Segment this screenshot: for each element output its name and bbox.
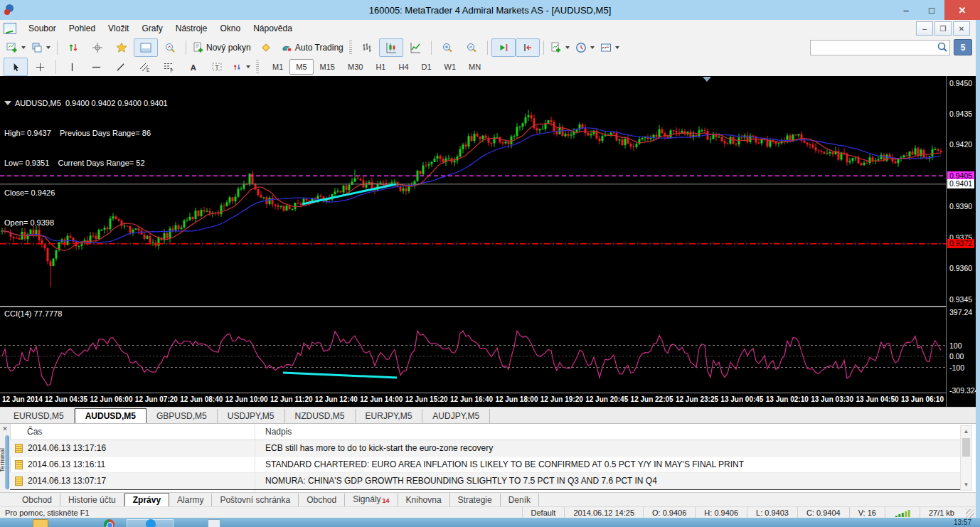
auto-scroll-button[interactable] [491, 38, 516, 57]
chart-shift-marker[interactable] [703, 77, 711, 82]
terminal-tab-8[interactable]: Strategie [450, 494, 501, 506]
channel-tool-button[interactable]: E [132, 58, 156, 76]
cci-indicator-canvas[interactable] [0, 307, 946, 393]
menu-bar: SouborPohledVložitGrafyNástrojeOknoNápov… [0, 20, 976, 38]
text-tool-button[interactable]: A [181, 58, 205, 76]
terminal-tab-1[interactable]: Historie účtu [60, 494, 124, 506]
news-row[interactable]: 2014.06.13 13:07:17NOMURA: CHINA'S GDP G… [10, 473, 960, 489]
chart-tab-usdjpy-m5[interactable]: USDJPY,M5 [218, 409, 285, 424]
chart-tab-audjpy-m5[interactable]: AUDJPY,M5 [422, 409, 490, 424]
data-window-button[interactable] [85, 38, 110, 57]
scroll-up-icon[interactable]: ▲ [961, 426, 971, 437]
timeframe-d1[interactable]: D1 [415, 59, 438, 75]
chart-tab-nzdusd-m5[interactable]: NZDUSD,M5 [285, 409, 356, 424]
window-close-button[interactable]: ✕ [944, 0, 980, 20]
info-line: Low= 0.9351 Current Days Range= 52 [4, 158, 168, 168]
timeframe-m1[interactable]: M1 [266, 59, 289, 75]
terminal-tab-2[interactable]: Zprávy [124, 493, 169, 507]
chart-tab-audusd-m5[interactable]: AUDUSD,M5 [75, 408, 147, 424]
terminal-tab-5[interactable]: Obchod [299, 494, 345, 506]
time-axis[interactable]: 12 Jun 201412 Jun 04:3512 Jun 06:0012 Ju… [0, 394, 946, 407]
horizontal-line-tool-button[interactable] [84, 58, 108, 76]
price-axis[interactable]: 0.94500.94350.94200.94050.94010.93900.93… [946, 76, 976, 407]
terminal-tab-6[interactable]: Signály14 [345, 493, 398, 507]
new-chart-button[interactable] [4, 38, 28, 57]
new-order-button[interactable]: Nový pokyn [190, 38, 254, 57]
terminal-tab-7[interactable]: Knihovna [398, 494, 450, 506]
menu-item-0[interactable]: Soubor [22, 21, 63, 36]
indicators-button[interactable] [548, 38, 572, 57]
timeframe-mn[interactable]: MN [462, 59, 487, 75]
profiles-button[interactable] [28, 38, 53, 57]
mdi-restore-button[interactable]: ❐ [934, 21, 952, 36]
vertical-line-tool-button[interactable] [60, 58, 84, 76]
periods-button[interactable] [572, 38, 597, 57]
menu-item-6[interactable]: Nápověda [247, 21, 299, 36]
label-tool-button[interactable]: T [205, 58, 229, 76]
toolbar-drag-handle[interactable] [349, 41, 352, 55]
search-icon[interactable] [937, 41, 948, 53]
chart-tab-eurusd-m5[interactable]: EURUSD,M5 [4, 409, 75, 424]
strategy-tester-button[interactable] [158, 38, 182, 57]
scroll-down-icon[interactable]: ▼ [961, 479, 971, 490]
news-row[interactable]: 2014.06.13 13:16:11STANDARD CHARTERED: E… [10, 457, 960, 473]
search-input[interactable] [810, 40, 950, 55]
menu-item-4[interactable]: Nástroje [169, 21, 214, 36]
symbol-dropdown-icon[interactable] [4, 101, 11, 105]
scrollbar-thumb[interactable] [962, 438, 970, 457]
chart-tab-eurjpy-m5[interactable]: EURJPY,M5 [356, 409, 423, 424]
auto-trading-button[interactable]: Auto Trading [278, 38, 346, 57]
navigator-button[interactable] [110, 38, 134, 57]
metaeditor-button[interactable] [254, 38, 278, 57]
taskbar-folder-icon[interactable] [33, 519, 48, 527]
window-maximize-button[interactable]: □ [919, 0, 944, 20]
timeframe-h4[interactable]: H4 [392, 59, 415, 75]
terminal-tab-4[interactable]: Poštovní schránka [212, 494, 299, 506]
menu-item-3[interactable]: Grafy [135, 21, 169, 36]
cci-indicator-label: CCI(14) 77.7778 [4, 309, 62, 318]
taskbar-skype-icon[interactable] [146, 519, 156, 527]
zoom-in-button[interactable] [435, 38, 459, 57]
mdi-minimize-button[interactable]: – [916, 21, 933, 36]
terminal-dock-strip[interactable]: ✕ Terminal [0, 424, 11, 493]
cursor-tool-button[interactable] [4, 58, 28, 76]
crosshair-tool-button[interactable] [28, 58, 52, 76]
taskbar-window-icon[interactable] [208, 519, 220, 527]
chart-tab-gbpusd-m5[interactable]: GBPUSD,M5 [147, 409, 218, 424]
news-table-header[interactable]: Čas Nadpis [10, 424, 960, 440]
column-header-title[interactable]: Nadpis [255, 424, 960, 440]
timeframe-h1[interactable]: H1 [369, 59, 392, 75]
market-watch-button[interactable] [61, 38, 85, 57]
resize-grip-icon[interactable] [966, 509, 974, 518]
column-header-time[interactable]: Čas [10, 424, 255, 440]
terminal-close-icon[interactable]: ✕ [0, 424, 10, 434]
terminal-toggle-button[interactable] [134, 38, 158, 57]
toolbar-drag-handle[interactable] [256, 60, 259, 74]
bar-chart-button[interactable] [355, 38, 379, 57]
fibonacci-tool-button[interactable]: F [156, 58, 181, 76]
status-profile[interactable]: Default [522, 507, 565, 518]
community-notifications-button[interactable]: 5 [954, 39, 972, 55]
terminal-tab-0[interactable]: Obchod [14, 494, 60, 506]
timeframe-m15[interactable]: M15 [314, 59, 341, 75]
line-chart-button[interactable] [403, 38, 427, 57]
news-row[interactable]: 2014.06.13 13:17:16ECB still has more to… [10, 440, 960, 457]
taskbar-chrome-icon[interactable] [104, 519, 114, 527]
trendline-tool-button[interactable] [108, 58, 132, 76]
timeframe-m30[interactable]: M30 [341, 59, 369, 75]
mdi-close-button[interactable]: ✕ [953, 21, 970, 36]
news-scrollbar[interactable]: ▲ ▼ [960, 425, 972, 491]
timeframe-m5[interactable]: M5 [289, 59, 313, 75]
window-minimize-button[interactable]: – [893, 0, 919, 20]
arrows-tool-button[interactable] [229, 58, 253, 76]
menu-item-1[interactable]: Pohled [63, 21, 102, 36]
chart-shift-button[interactable] [516, 38, 540, 57]
candlestick-chart-button[interactable] [379, 38, 403, 57]
terminal-tab-9[interactable]: Deník [501, 494, 539, 506]
menu-item-2[interactable]: Vložit [102, 21, 135, 36]
zoom-out-button[interactable] [459, 38, 484, 57]
menu-item-5[interactable]: Okno [213, 21, 247, 36]
terminal-tab-3[interactable]: Alarmy [169, 494, 212, 506]
templates-button[interactable] [597, 38, 622, 57]
timeframe-w1[interactable]: W1 [438, 59, 463, 75]
